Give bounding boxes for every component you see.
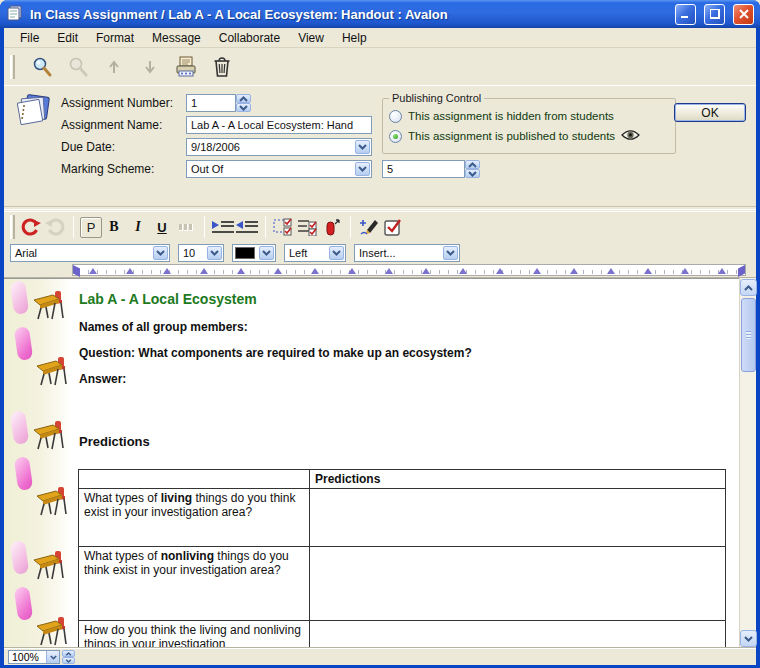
stepper-up-icon[interactable]	[62, 650, 75, 657]
table-question-cell[interactable]: How do you think the living and nonlivin…	[79, 621, 310, 649]
checkbox-list-icon[interactable]	[296, 215, 320, 239]
table-question-cell[interactable]: What types of living things do you think…	[79, 489, 310, 547]
right-margin-marker[interactable]	[738, 265, 745, 277]
app-window: In Class Assignment / Lab A - A Local Ec…	[0, 0, 760, 668]
hidden-option-row[interactable]: This assignment is hidden from students	[389, 106, 669, 126]
radio-unselected-icon[interactable]	[389, 110, 402, 123]
assignment-notes-icon	[16, 94, 52, 131]
menu-format[interactable]: Format	[88, 29, 142, 47]
stepper-down-icon[interactable]	[62, 657, 75, 664]
toolbar-grip[interactable]	[10, 55, 15, 79]
paragraph-style-button[interactable]: P	[80, 217, 102, 238]
menu-help[interactable]: Help	[334, 29, 375, 47]
chevron-down-icon[interactable]	[259, 246, 274, 260]
select-checkboxes-icon[interactable]	[272, 215, 296, 239]
vertical-scrollbar[interactable]	[739, 278, 756, 648]
document-editor[interactable]: Lab A - A Local Ecosystem Names of all g…	[4, 278, 756, 648]
scroll-down-icon[interactable]	[740, 630, 757, 647]
assignment-name-input[interactable]	[186, 116, 372, 134]
indent-decrease-icon[interactable]	[235, 215, 259, 239]
menu-message[interactable]: Message	[144, 29, 209, 47]
font-bar: Arial 10 Left Insert...	[4, 242, 756, 263]
search-again-icon-disabled[interactable]	[65, 54, 91, 80]
stepper-up-icon[interactable]	[236, 94, 251, 103]
table-question-cell[interactable]: What types of nonliving things do you th…	[79, 547, 310, 621]
marking-points-stepper[interactable]	[465, 160, 480, 178]
title-bar[interactable]: In Class Assignment / Lab A - A Local Ec…	[0, 0, 760, 28]
menu-file[interactable]: File	[12, 29, 47, 47]
table-header-cell[interactable]: Predictions	[310, 470, 726, 489]
left-margin-marker[interactable]	[73, 265, 80, 277]
stepper-up-icon[interactable]	[465, 160, 480, 169]
document-title: Lab A - A Local Ecosystem	[79, 291, 257, 307]
close-button[interactable]	[733, 4, 754, 25]
zoom-stepper[interactable]	[62, 650, 75, 664]
underline-button[interactable]: U	[150, 215, 174, 239]
assignment-number-stepper[interactable]	[236, 94, 251, 112]
next-icon-disabled[interactable]	[137, 54, 163, 80]
previous-icon-disabled[interactable]	[101, 54, 127, 80]
table-answer-cell[interactable]	[310, 489, 726, 547]
chevron-down-icon[interactable]	[46, 651, 59, 663]
font-color-combo[interactable]	[232, 244, 276, 262]
font-size-value: 10	[183, 247, 195, 259]
redo-icon-disabled[interactable]	[43, 215, 67, 239]
table-answer-cell[interactable]	[310, 621, 726, 649]
assignment-number-value[interactable]: 1	[186, 94, 236, 112]
scrollbar-thumb[interactable]	[741, 298, 756, 372]
chevron-down-icon[interactable]	[443, 246, 458, 260]
approve-checkbox-icon[interactable]	[381, 215, 405, 239]
radio-selected-icon[interactable]	[389, 130, 402, 143]
minimize-button[interactable]	[675, 4, 696, 25]
marker-tool-icon[interactable]	[320, 215, 344, 239]
cell-text: What types of	[84, 549, 161, 563]
search-icon[interactable]	[29, 54, 55, 80]
font-family-value: Arial	[15, 247, 37, 259]
toolbar-grip[interactable]	[10, 215, 15, 239]
undo-icon[interactable]	[19, 215, 43, 239]
stepper-down-icon[interactable]	[465, 169, 480, 178]
published-option-row[interactable]: This assignment is published to students	[389, 126, 669, 146]
due-date-combo[interactable]: 9/18/2006	[186, 138, 372, 156]
margin-decoration	[4, 279, 70, 648]
table-answer-cell[interactable]	[310, 547, 726, 621]
ok-button[interactable]: OK	[674, 103, 746, 122]
add-annotation-pen-icon[interactable]	[357, 215, 381, 239]
chevron-down-icon[interactable]	[355, 162, 370, 176]
table-row: What types of nonliving things do you th…	[79, 547, 726, 621]
document-line: Question: What components are required t…	[79, 346, 472, 360]
font-family-combo[interactable]: Arial	[10, 244, 170, 262]
scroll-up-icon[interactable]	[740, 279, 757, 296]
stationery-tile	[4, 409, 70, 539]
indent-increase-icon[interactable]	[211, 215, 235, 239]
table-header-cell-empty[interactable]	[79, 470, 310, 489]
italic-button[interactable]: I	[126, 215, 150, 239]
ruler-tab-marker	[385, 268, 393, 274]
eraser-decoration	[10, 410, 29, 445]
print-icon[interactable]	[173, 54, 199, 80]
zoom-level-combo[interactable]: 100%	[8, 650, 60, 664]
chevron-down-icon[interactable]	[153, 246, 168, 260]
window-title: In Class Assignment / Lab A - A Local Ec…	[30, 7, 667, 22]
delete-trash-icon[interactable]	[209, 54, 235, 80]
bold-button[interactable]: B	[102, 215, 126, 239]
cell-text-bold: nonliving	[161, 549, 214, 563]
chevron-down-icon[interactable]	[355, 140, 370, 154]
alignment-combo[interactable]: Left	[284, 244, 346, 262]
menu-view[interactable]: View	[290, 29, 332, 47]
stepper-down-icon[interactable]	[236, 103, 251, 112]
insert-combo[interactable]: Insert...	[354, 244, 460, 262]
chevron-down-icon[interactable]	[207, 246, 222, 260]
document-line: Names of all group members:	[79, 320, 248, 334]
font-size-combo[interactable]: 10	[178, 244, 224, 262]
toolbar-separator	[204, 216, 205, 238]
bold-label: B	[109, 219, 118, 235]
marking-scheme-combo[interactable]: Out Of	[186, 160, 372, 178]
strikethrough-icon-disabled[interactable]	[174, 215, 198, 239]
maximize-button[interactable]	[704, 4, 725, 25]
menu-edit[interactable]: Edit	[49, 29, 86, 47]
chevron-down-icon[interactable]	[329, 246, 344, 260]
table-header-row: Predictions	[79, 470, 726, 489]
menu-collaborate[interactable]: Collaborate	[211, 29, 288, 47]
marking-points-value[interactable]: 5	[382, 160, 465, 178]
